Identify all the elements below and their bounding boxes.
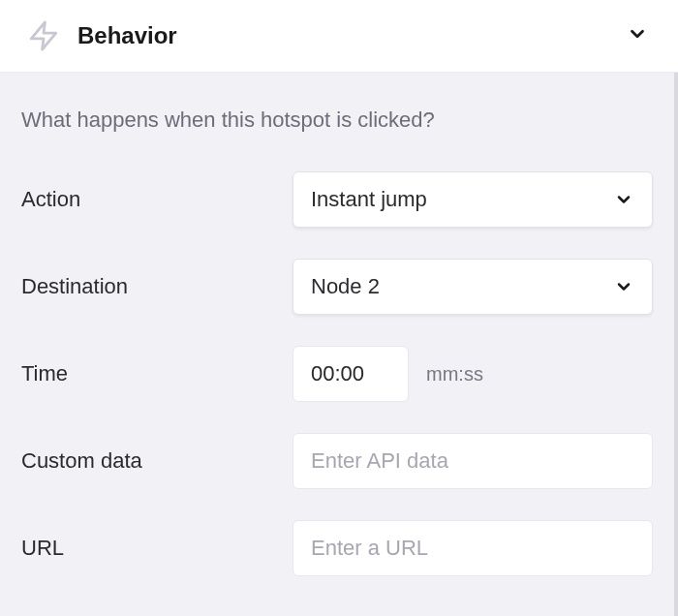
- time-input[interactable]: [293, 346, 409, 402]
- destination-label: Destination: [21, 274, 293, 299]
- collapse-toggle[interactable]: [624, 22, 651, 49]
- destination-row: Destination Node 2: [21, 259, 653, 315]
- custom-data-row: Custom data: [21, 433, 653, 489]
- panel-description: What happens when this hotspot is clicke…: [21, 108, 653, 133]
- time-unit-label: mm:ss: [426, 363, 483, 385]
- custom-data-label: Custom data: [21, 448, 293, 474]
- destination-select-value: Node 2: [311, 274, 613, 299]
- action-label: Action: [21, 187, 293, 212]
- behavior-panel-body: What happens when this hotspot is clicke…: [0, 73, 678, 616]
- custom-data-input[interactable]: [293, 433, 653, 489]
- time-label: Time: [21, 361, 293, 386]
- behavior-panel-header[interactable]: Behavior: [0, 0, 678, 73]
- svg-marker-0: [31, 22, 56, 49]
- chevron-down-icon: [627, 23, 648, 48]
- panel-title: Behavior: [77, 22, 624, 49]
- time-row: Time mm:ss: [21, 346, 653, 402]
- url-row: URL: [21, 520, 653, 576]
- url-input[interactable]: [293, 520, 653, 576]
- destination-select[interactable]: Node 2: [293, 259, 653, 315]
- chevron-down-icon: [613, 189, 634, 210]
- lightning-icon: [27, 19, 60, 52]
- chevron-down-icon: [613, 276, 634, 297]
- action-row: Action Instant jump: [21, 171, 653, 228]
- action-select-value: Instant jump: [311, 187, 613, 212]
- action-select[interactable]: Instant jump: [293, 171, 653, 228]
- url-label: URL: [21, 536, 293, 561]
